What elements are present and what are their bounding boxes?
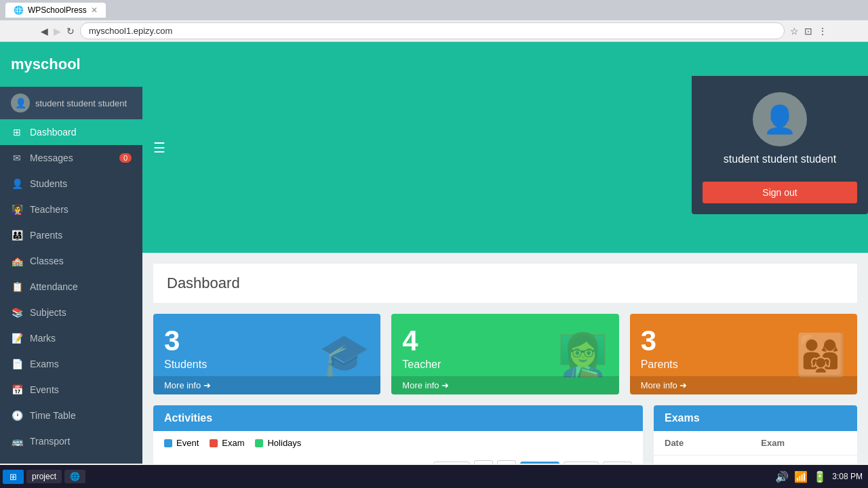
activities-legend: Event Exam Holidays bbox=[153, 431, 643, 455]
calendar-controls: today ‹ › month week day bbox=[433, 460, 632, 464]
app-logo: myschool bbox=[0, 42, 142, 87]
reload-button[interactable]: ↻ bbox=[66, 26, 75, 37]
sidebar-label-subjects: Subjects bbox=[30, 307, 66, 318]
stat-icon-teacher: 👩‍🏫 bbox=[557, 330, 608, 378]
teachers-icon: 👩‍🏫 bbox=[11, 204, 23, 215]
url-bar[interactable]: myschool1.epizy.com bbox=[80, 22, 785, 39]
sidebar-item-transport[interactable]: 🚌 Transport bbox=[0, 428, 142, 454]
stat-card-students: 3 Students 🎓 More info ➜ bbox=[153, 314, 380, 394]
bookmark-icon[interactable]: ☆ bbox=[790, 26, 799, 37]
sidebar-item-teachers[interactable]: 👩‍🏫 Teachers bbox=[0, 197, 142, 222]
sidebar-label-marks: Marks bbox=[30, 333, 56, 344]
sidebar-item-classes[interactable]: 🏫 Classes bbox=[0, 248, 142, 274]
sidebar-label-attendance: Attendance bbox=[30, 281, 78, 292]
sidebar-item-marks[interactable]: 📝 Marks bbox=[0, 325, 142, 351]
students-icon: 👤 bbox=[11, 178, 23, 189]
sidebar-item-exams[interactable]: 📄 Exams bbox=[0, 351, 142, 377]
forward-button[interactable]: ▶ bbox=[54, 26, 61, 37]
sidebar-avatar: 👤 bbox=[11, 94, 30, 113]
legend-label-exam: Exam bbox=[222, 438, 244, 448]
sidebar-item-students[interactable]: 👤 Students bbox=[0, 171, 142, 197]
tab-icon: 🌐 bbox=[14, 5, 24, 15]
exams-header: Exams bbox=[654, 405, 857, 431]
transport-icon: 🚌 bbox=[11, 436, 23, 447]
sidebar-item-dashboard[interactable]: ⊞ Dashboard bbox=[0, 119, 142, 145]
sidebar-item-attendance[interactable]: 📋 Attendance bbox=[0, 274, 142, 300]
page-title: Dashboard bbox=[153, 264, 857, 303]
sidebar-nav: ⊞ Dashboard ✉ Messages 0 👤 Students 👩‍🏫 … bbox=[0, 119, 142, 454]
sidebar-item-events[interactable]: 📅 Events bbox=[0, 377, 142, 403]
sidebar-label-dashboard: Dashboard bbox=[30, 127, 77, 138]
tab-close-button[interactable]: ✕ bbox=[91, 5, 98, 15]
legend-dot-holidays bbox=[255, 439, 263, 447]
hamburger-button[interactable]: ☰ bbox=[153, 140, 165, 156]
tab-bar: 🌐 WPSchoolPress ✕ bbox=[0, 0, 868, 20]
stat-more-info-students[interactable]: More info ➜ bbox=[153, 376, 380, 394]
address-bar: ◀ ▶ ↻ myschool1.epizy.com ☆ ⊡ ⋮ bbox=[0, 20, 868, 42]
menu-icon[interactable]: ⋮ bbox=[818, 26, 827, 37]
extensions-icon[interactable]: ⊡ bbox=[804, 26, 812, 37]
week-view-button[interactable]: week bbox=[564, 462, 599, 464]
sidebar-item-parents[interactable]: 👨‍👩‍👧 Parents bbox=[0, 222, 142, 248]
sidebar-item-timetable[interactable]: 🕐 Time Table bbox=[0, 403, 142, 428]
messages-icon: ✉ bbox=[11, 152, 23, 163]
messages-badge: 0 bbox=[119, 153, 132, 163]
timetable-icon: 🕐 bbox=[11, 410, 23, 421]
sidebar-label-exams: Exams bbox=[30, 359, 59, 369]
calendar-title: November 2017 bbox=[164, 461, 271, 464]
attendance-icon: 📋 bbox=[11, 281, 23, 292]
prev-month-button[interactable]: ‹ bbox=[474, 460, 493, 464]
sidebar-label-messages: Messages bbox=[30, 152, 73, 163]
sidebar-label-parents: Parents bbox=[30, 230, 62, 241]
sidebar-label-transport: Transport bbox=[30, 436, 70, 447]
two-col-section: Activities Event Exam Holidays November … bbox=[153, 405, 857, 464]
stat-card-teacher: 4 Teacher 👩‍🏫 More info ➜ bbox=[391, 314, 618, 394]
back-button[interactable]: ◀ bbox=[41, 26, 48, 37]
today-button[interactable]: today bbox=[433, 462, 470, 464]
stats-row: 3 Students 🎓 More info ➜ 4 Teacher 👩‍🏫 M… bbox=[153, 314, 857, 394]
activities-header: Activities bbox=[153, 405, 643, 431]
sidebar-username: student student student bbox=[35, 98, 127, 108]
stat-more-info-teacher[interactable]: More info ➜ bbox=[391, 376, 618, 394]
stat-card-parents: 3 Parents 👨‍👩‍👧 More info ➜ bbox=[630, 314, 857, 394]
stat-icon-students: 🎓 bbox=[319, 330, 370, 378]
sidebar-item-subjects[interactable]: 📚 Subjects bbox=[0, 300, 142, 325]
next-month-button[interactable]: › bbox=[497, 460, 516, 464]
legend-dot-exam bbox=[210, 439, 218, 447]
dashboard-icon: ⊞ bbox=[11, 127, 23, 138]
subjects-icon: 📚 bbox=[11, 307, 23, 318]
sidebar-label-classes: Classes bbox=[30, 256, 64, 266]
classes-icon: 🏫 bbox=[11, 256, 23, 266]
sidebar-item-messages[interactable]: ✉ Messages 0 bbox=[0, 145, 142, 171]
sidebar: myschool 👤 student student student ⊞ Das… bbox=[0, 42, 142, 464]
dropdown-username: student student student bbox=[724, 153, 836, 165]
legend-item-holidays: Holidays bbox=[255, 438, 301, 448]
month-view-button[interactable]: month bbox=[520, 462, 559, 464]
exams-col-date: Date bbox=[654, 431, 750, 455]
exams-section: Exams DateExam bbox=[654, 405, 857, 464]
sidebar-label-students: Students bbox=[30, 178, 67, 189]
stat-more-info-parents[interactable]: More info ➜ bbox=[630, 376, 857, 394]
browser-tab[interactable]: 🌐 WPSchoolPress ✕ bbox=[5, 3, 106, 18]
sidebar-user: 👤 student student student bbox=[0, 87, 142, 119]
exams-header-row: DateExam bbox=[654, 431, 857, 455]
activities-section: Activities Event Exam Holidays November … bbox=[153, 405, 643, 464]
sign-out-button[interactable]: Sign out bbox=[703, 182, 857, 203]
exams-col-exam: Exam bbox=[750, 431, 857, 455]
sidebar-label-events: Events bbox=[30, 384, 59, 395]
day-view-button[interactable]: day bbox=[603, 462, 632, 464]
calendar-nav: November 2017 today ‹ › month week day bbox=[153, 455, 643, 464]
stat-icon-parents: 👨‍👩‍👧 bbox=[795, 330, 846, 378]
legend-item-exam: Exam bbox=[210, 438, 244, 448]
legend-label-event: Event bbox=[176, 438, 199, 448]
legend-item-event: Event bbox=[164, 438, 199, 448]
exams-table: DateExam bbox=[654, 431, 857, 455]
user-dropdown-panel: 👤 student student student Sign out bbox=[692, 76, 868, 214]
app-container: myschool 👤 student student student ⊞ Das… bbox=[0, 42, 868, 464]
tab-label: WPSchoolPress bbox=[28, 5, 87, 15]
sidebar-label-timetable: Time Table bbox=[30, 410, 76, 421]
marks-icon: 📝 bbox=[11, 333, 23, 344]
navbar-left: ☰ bbox=[153, 140, 165, 156]
parents-icon: 👨‍👩‍👧 bbox=[11, 230, 23, 241]
legend-dot-event bbox=[164, 439, 172, 447]
